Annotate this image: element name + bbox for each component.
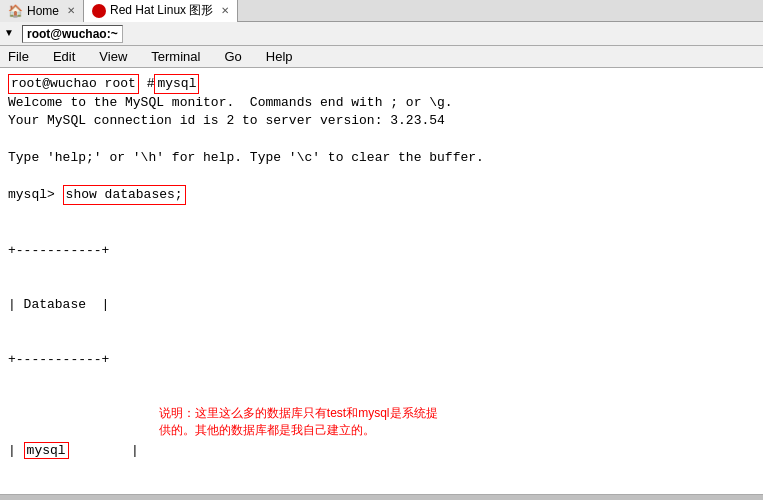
menu-terminal[interactable]: Terminal bbox=[147, 47, 204, 66]
menu-file[interactable]: File bbox=[4, 47, 33, 66]
table-header: | Database | bbox=[8, 296, 755, 314]
menu-edit[interactable]: Edit bbox=[49, 47, 79, 66]
initial-prompt-line: root@wuchao root # mysql bbox=[8, 74, 755, 94]
blank-line2 bbox=[8, 167, 755, 185]
db-table: +-----------+ | Database | +-----------+ bbox=[8, 205, 755, 405]
scrollbar[interactable] bbox=[0, 494, 763, 500]
menu-help[interactable]: Help bbox=[262, 47, 297, 66]
show-db-cmd: show databases; bbox=[63, 185, 186, 205]
tab-linux-label: Red Hat Linux 图形 bbox=[110, 2, 213, 19]
home-icon: 🏠 bbox=[8, 4, 23, 18]
tab-home[interactable]: 🏠 Home ✕ bbox=[0, 0, 84, 22]
redhat-icon bbox=[92, 4, 106, 18]
db-rows: | mysql | | test | | wordpress | | wtest… bbox=[8, 405, 139, 494]
welcome-line1: Welcome to the MySQL monitor. Commands e… bbox=[8, 94, 755, 112]
db-mysql-row: | mysql | bbox=[8, 442, 139, 460]
show-db-prompt: mysql> show databases; bbox=[8, 185, 755, 205]
prompt-box: root@wuchao root bbox=[8, 74, 139, 94]
mysql-prompt1: mysql> bbox=[8, 186, 63, 204]
menu-view[interactable]: View bbox=[95, 47, 131, 66]
table-sep: +-----------+ bbox=[8, 351, 755, 369]
initial-cmd-box: mysql bbox=[154, 74, 199, 94]
help-line: Type 'help;' or '\h' for help. Type '\c'… bbox=[8, 149, 755, 167]
title-bar: 🏠 Home ✕ Red Hat Linux 图形 ✕ bbox=[0, 0, 763, 22]
address-dropdown[interactable]: ▼ bbox=[4, 27, 18, 41]
address-bar: ▼ root@wuchao:~ bbox=[0, 22, 763, 46]
blank-line1 bbox=[8, 131, 755, 149]
tab-home-close[interactable]: ✕ bbox=[67, 5, 75, 16]
table-border-top: +-----------+ bbox=[8, 242, 755, 260]
address-text: root@wuchao:~ bbox=[22, 25, 123, 43]
hash-symbol: # bbox=[139, 75, 155, 93]
tab-home-label: Home bbox=[27, 4, 59, 18]
tab-linux-close[interactable]: ✕ bbox=[221, 5, 229, 16]
terminal-area[interactable]: root@wuchao root # mysql Welcome to the … bbox=[0, 68, 763, 494]
menu-bar: File Edit View Terminal Go Help bbox=[0, 46, 763, 68]
annotation-text: 说明：这里这么多的数据库只有test和mysql是系统提供的。其他的数据库都是我… bbox=[159, 405, 439, 439]
menu-go[interactable]: Go bbox=[220, 47, 245, 66]
mysql-db-highlight: mysql bbox=[24, 442, 69, 459]
welcome-line2: Your MySQL connection id is 2 to server … bbox=[8, 112, 755, 130]
db-rows-section: | mysql | | test | | wordpress | | wtest… bbox=[8, 405, 755, 494]
tab-linux[interactable]: Red Hat Linux 图形 ✕ bbox=[84, 0, 238, 22]
